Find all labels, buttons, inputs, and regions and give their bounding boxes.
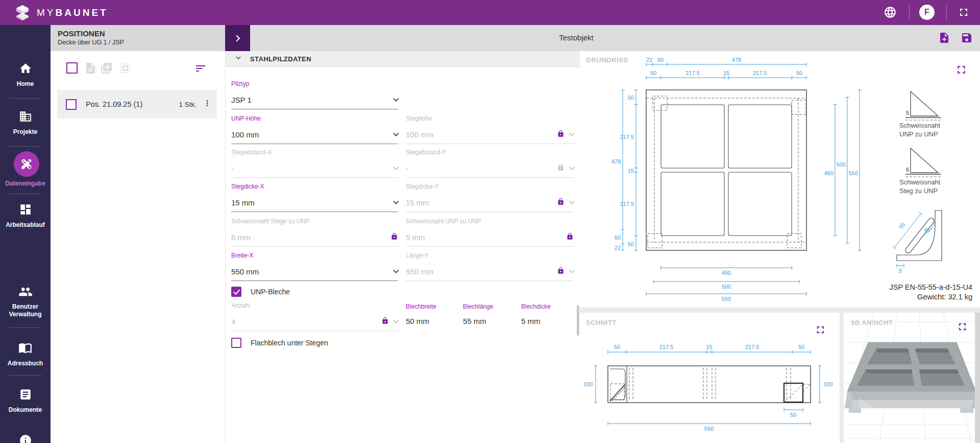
add-file-icon[interactable] <box>938 32 950 46</box>
home-icon <box>19 62 32 77</box>
svg-text:50: 50 <box>628 95 634 101</box>
chevron-down-icon <box>569 198 574 204</box>
field-stegabstand-x: Stegabstand-X - <box>231 149 398 178</box>
svg-text:Steg zu UNP: Steg zu UNP <box>899 187 938 195</box>
field-unp-hoehe: UNP-Höhe 100 mm <box>231 115 398 144</box>
svg-text:478: 478 <box>732 57 741 63</box>
field-anzahl: Anzahl 4 <box>231 302 398 331</box>
top-bar: MYBAUNET F <box>0 0 980 25</box>
svg-text:550: 550 <box>849 170 858 176</box>
sidebar-divider <box>9 194 41 194</box>
position-label: Pos. 21.09.25 (1) <box>86 100 179 108</box>
sidebar-item-arbeitsablauf[interactable]: Arbeitsablauf <box>0 203 51 229</box>
save-icon[interactable] <box>961 32 973 46</box>
select-region-icon[interactable] <box>119 62 132 77</box>
field-pilztyp: Pilztyp JSP 1 <box>231 80 398 109</box>
duplicate-add-icon[interactable] <box>100 62 113 77</box>
svg-text:15: 15 <box>628 168 634 174</box>
form-panel: STAHLPILZDATEN Pilztyp JSP 1 UNP-Höhe 10… <box>225 51 580 443</box>
sidebar-item-info[interactable]: Info <box>0 434 51 443</box>
unp-bleche-checkbox-row[interactable]: UNP-Bleche <box>231 287 290 297</box>
svg-text:100: 100 <box>583 381 593 387</box>
chevron-down-icon <box>393 267 399 273</box>
chevron-down-icon <box>569 267 574 273</box>
positions-header: POSITIONEN Decke über UG 1 / JSP <box>51 25 225 51</box>
form-scrollbar-thumb[interactable] <box>577 305 579 336</box>
field-stegdicke-x: Stegdicke-X 15 mm <box>231 183 398 212</box>
drawing-region: 22 50 478 50 217.5 15 217.5 50 478 50 22 <box>580 51 980 443</box>
position-checkbox[interactable] <box>66 99 77 110</box>
svg-text:15: 15 <box>706 344 712 350</box>
svg-text:Gewicht: 32.1 kg: Gewicht: 32.1 kg <box>917 293 972 301</box>
svg-text:50: 50 <box>798 344 804 350</box>
position-list-item[interactable]: Pos. 21.09.25 (1) 1 Stk. <box>57 90 217 119</box>
schnitt-fullscreen-icon[interactable] <box>815 324 826 338</box>
lock-icon[interactable] <box>566 232 574 242</box>
svg-text:15: 15 <box>723 70 729 76</box>
section-header-stahlpilzdaten[interactable]: STAHLPILZDATEN <box>226 51 580 67</box>
design-tools-icon <box>14 151 39 177</box>
svg-text:Schweissnaht: Schweissnaht <box>899 122 941 129</box>
sidebar-item-dateneingabe[interactable]: Dateneingabe <box>0 151 51 188</box>
svg-text:45°: 45° <box>924 227 932 233</box>
lock-icon[interactable] <box>381 317 389 327</box>
breite-x-select[interactable]: 550 mm <box>231 263 398 281</box>
svg-text:217.5: 217.5 <box>620 134 634 140</box>
select-all-checkbox[interactable] <box>66 62 78 74</box>
sidebar-item-home[interactable]: Home <box>0 62 51 88</box>
svg-text:217.5: 217.5 <box>745 344 760 350</box>
field-breite-x: Breite-X 550 mm <box>231 252 398 281</box>
language-globe-icon[interactable] <box>884 6 897 21</box>
sidebar: Home Projekte Dateneingabe Arbeitsablauf… <box>0 25 51 443</box>
svg-text:450: 450 <box>824 170 834 176</box>
position-quantity: 1 Stk. <box>179 101 197 108</box>
schweissnaht-unp-input: 5 mm <box>406 228 574 247</box>
svg-text:50: 50 <box>796 70 802 76</box>
svg-text:6: 6 <box>906 167 909 173</box>
sidebar-item-dokumente[interactable]: Dokumente <box>0 388 51 414</box>
topbar-divider <box>946 4 947 21</box>
brand-logo[interactable]: MYBAUNET <box>13 4 108 22</box>
svg-text:5: 5 <box>899 268 902 274</box>
sort-icon[interactable] <box>194 62 207 77</box>
chevron-down-icon <box>393 317 399 323</box>
app-root: MYBAUNET F Home Projekte Dateneingabe <box>0 0 980 443</box>
schweissnaht-stege-input: 6 mm <box>231 228 398 247</box>
ansicht3d-panel[interactable]: 3D ANSICHT <box>844 313 980 443</box>
sidebar-item-projekte[interactable]: Projekte <box>0 110 51 136</box>
svg-text:217.5: 217.5 <box>659 344 674 350</box>
sidebar-item-adressbuch[interactable]: Adressbuch <box>0 341 51 367</box>
grundriss-drawing: 22 50 478 50 217.5 15 217.5 50 478 50 22 <box>580 51 980 308</box>
grundriss-fullscreen-icon[interactable] <box>955 63 968 78</box>
field-stegabstand-y: Stegabstand-Y - <box>406 149 574 178</box>
user-avatar[interactable]: F <box>919 5 935 20</box>
unp-hoehe-select[interactable]: 100 mm <box>231 126 398 144</box>
topbar-divider <box>909 4 910 21</box>
collapse-panel-button[interactable] <box>225 25 250 51</box>
sidebar-item-benutzer-verwaltung[interactable]: Benutzer Verwaltung <box>0 285 51 318</box>
flachblech-checkbox[interactable] <box>231 338 241 348</box>
page-scrollbar[interactable] <box>975 313 980 443</box>
lock-icon[interactable] <box>557 130 565 139</box>
fullscreen-icon[interactable] <box>958 6 970 20</box>
flachblech-checkbox-row[interactable]: Flachblech unter Stegen <box>231 338 328 348</box>
stegabstand-x-select: - <box>231 159 398 178</box>
copy-position-icon[interactable] <box>84 62 97 77</box>
blechdicke-value: 5 mm <box>521 317 551 325</box>
lock-icon[interactable] <box>557 267 565 276</box>
lock-icon[interactable] <box>557 198 565 207</box>
svg-text:217.5: 217.5 <box>685 70 700 76</box>
lock-icon[interactable] <box>390 232 398 242</box>
svg-text:5: 5 <box>906 110 909 116</box>
positions-breadcrumb: Decke über UG 1 / JSP <box>58 39 225 46</box>
positions-title: POSITIONEN <box>58 29 225 38</box>
pilztyp-select[interactable]: JSP 1 <box>231 91 398 109</box>
ansicht3d-fullscreen-icon[interactable] <box>957 321 968 335</box>
document-icon <box>19 388 32 403</box>
kebab-menu-icon[interactable] <box>203 99 212 110</box>
field-stegdicke-y: Stegdicke-Y 15 mm <box>406 183 574 212</box>
grundriss-panel: 22 50 478 50 217.5 15 217.5 50 478 50 22 <box>580 51 980 308</box>
unp-bleche-checkbox[interactable] <box>231 287 241 297</box>
stegdicke-x-select[interactable]: 15 mm <box>231 194 398 212</box>
grundriss-label: GRUNDRISS <box>586 56 628 64</box>
